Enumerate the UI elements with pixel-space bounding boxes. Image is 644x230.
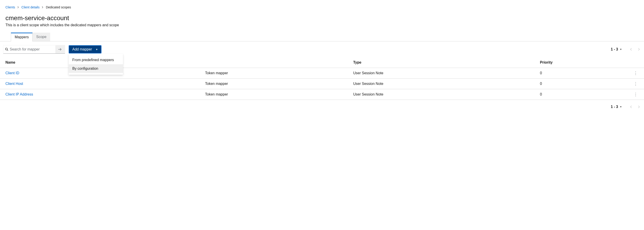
kebab-icon: ⋮: [634, 81, 638, 86]
table-row: Client Host Token mapper User Session No…: [0, 79, 644, 89]
tab-scope[interactable]: Scope: [32, 33, 50, 41]
add-mapper-label: Add mapper: [72, 47, 92, 51]
search-group: [3, 45, 65, 54]
pagination-next-button[interactable]: [637, 47, 641, 52]
breadcrumb-link-client-details[interactable]: Client details: [22, 6, 40, 9]
mapper-category: Token mapper: [200, 79, 348, 89]
pagination-range-label: 1 - 3: [611, 105, 618, 109]
tab-mappers[interactable]: Mappers: [11, 33, 32, 41]
mapper-category: Token mapper: [200, 68, 348, 79]
breadcrumb-link-clients[interactable]: Clients: [6, 6, 15, 9]
chevron-left-icon: [630, 105, 632, 108]
table-row: Client IP Address Token mapper User Sess…: [0, 89, 644, 100]
row-actions-button[interactable]: ⋮: [633, 70, 638, 76]
page-subtitle: This is a client scope which includes th…: [6, 23, 638, 27]
pagination-prev-button[interactable]: [629, 47, 633, 52]
kebab-icon: ⋮: [634, 71, 638, 75]
row-actions-button[interactable]: ⋮: [633, 91, 638, 97]
mapper-type: User Session Note: [348, 89, 535, 100]
row-actions-button[interactable]: ⋮: [633, 81, 638, 87]
pagination-top: 1 - 3 ▼: [611, 47, 641, 52]
toolbar: Add mapper ▼ From predefined mappers By …: [0, 41, 644, 57]
add-mapper-dropdown: From predefined mappers By configuration: [69, 54, 123, 75]
caret-down-icon: ▼: [96, 48, 98, 51]
caret-down-icon: ▼: [620, 48, 622, 50]
pagination-range-selector[interactable]: 1 - 3 ▼: [611, 105, 622, 109]
chevron-right-icon: [638, 105, 640, 108]
chevron-right-icon: [638, 48, 640, 51]
search-icon: [5, 48, 8, 51]
pagination-range-selector[interactable]: 1 - 3 ▼: [611, 47, 622, 51]
caret-down-icon: ▼: [620, 106, 622, 108]
dropdown-item-predefined[interactable]: From predefined mappers: [69, 56, 123, 64]
svg-line-1: [7, 50, 8, 51]
mapper-priority: 0: [535, 68, 628, 79]
chevron-left-icon: [630, 48, 632, 51]
arrow-right-icon: [58, 48, 62, 51]
pagination-range-label: 1 - 3: [611, 47, 618, 51]
mapper-type: User Session Note: [348, 79, 535, 89]
page-header: cmem-service-account This is a client sc…: [0, 12, 644, 33]
mapper-name-link[interactable]: Client IP Address: [6, 92, 33, 96]
table-header-category: [200, 57, 348, 68]
chevron-right-icon: [18, 6, 19, 8]
search-input[interactable]: [10, 47, 54, 51]
mapper-type: User Session Note: [348, 68, 535, 79]
mapper-priority: 0: [535, 79, 628, 89]
search-submit-button[interactable]: [55, 45, 65, 53]
chevron-right-icon: [42, 6, 44, 8]
page-title: cmem-service-account: [6, 15, 638, 22]
mapper-category: Token mapper: [200, 89, 348, 100]
kebab-icon: ⋮: [634, 92, 638, 97]
add-mapper-button[interactable]: Add mapper ▼: [69, 45, 102, 53]
mapper-name-link[interactable]: Client Host: [6, 82, 23, 86]
mapper-name-link[interactable]: Client ID: [6, 71, 19, 75]
tabs: Mappers Scope: [0, 33, 644, 41]
mapper-priority: 0: [535, 89, 628, 100]
breadcrumb: Clients Client details Dedicated scopes: [0, 0, 644, 12]
pagination-prev-button[interactable]: [629, 104, 633, 109]
dropdown-item-configuration[interactable]: By configuration: [69, 64, 123, 73]
pagination-next-button[interactable]: [637, 104, 641, 109]
svg-point-0: [6, 48, 8, 50]
table-header-actions: [627, 57, 644, 68]
breadcrumb-current: Dedicated scopes: [46, 6, 71, 9]
table-header-type: Type: [348, 57, 535, 68]
pagination-bottom: 1 - 3 ▼: [0, 100, 644, 114]
table-header-priority: Priority: [535, 57, 628, 68]
